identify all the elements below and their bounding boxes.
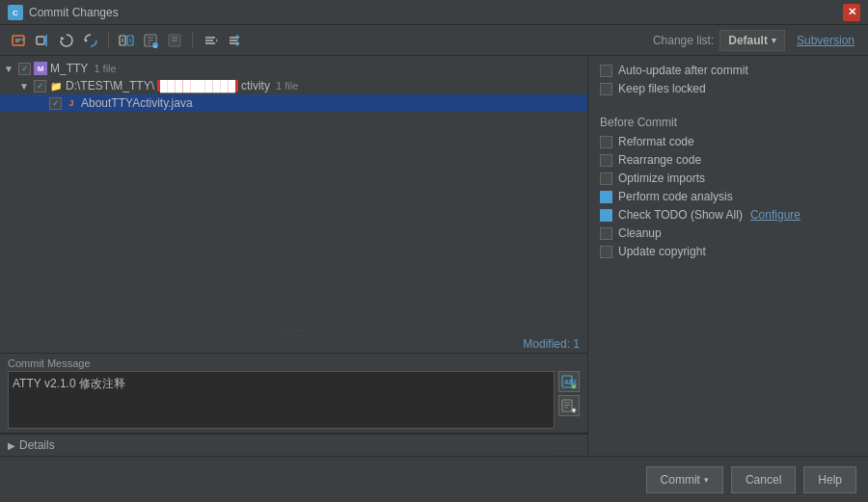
checkbox-cleanup[interactable] — [600, 227, 612, 240]
checkbox-keep-files[interactable] — [600, 83, 612, 95]
recent-commits-btn[interactable]: ▼ — [558, 395, 580, 416]
divider-dots-top: ..... — [0, 321, 587, 335]
details-dots: ..... — [556, 440, 580, 451]
subversion-tab[interactable]: Subversion — [791, 32, 860, 49]
subversion-options: Auto-update after commit Keep files lock… — [600, 64, 856, 95]
option-row-keep-files: Keep files locked — [600, 82, 856, 95]
title-bar-left: C Commit Changes — [8, 5, 119, 20]
bottom-bar: Commit ▾ Cancel Help — [0, 456, 868, 502]
checkbox-rearrange[interactable] — [600, 154, 612, 167]
checkbox-auto-update[interactable] — [600, 65, 612, 77]
label-optimize: Optimize imports — [618, 172, 705, 185]
label-folder-suffix: ctivity — [241, 79, 270, 92]
label-copyright: Update copyright — [618, 245, 706, 258]
count-mtty: 1 file — [91, 63, 116, 74]
commit-dropdown-arrow: ▾ — [704, 475, 709, 485]
svg-text:+: + — [154, 42, 157, 48]
help-button[interactable]: Help — [803, 466, 856, 493]
option-row-todo: ✓ Check TODO (Show All) Configure — [600, 208, 856, 222]
commit-message-input[interactable]: ATTY v2.1.0 修改注释 — [8, 371, 555, 429]
option-row-optimize: Optimize imports — [600, 172, 856, 185]
label-reformat: Reformat code — [618, 135, 694, 148]
toolbar-btn-2[interactable] — [56, 30, 77, 51]
arrow-mtty: ▼ — [4, 64, 15, 74]
label-keep-files: Keep files locked — [618, 82, 706, 95]
file-tree: ▼ ✓ M M_TTY 1 file ▼ ✓ 📁 D:\TEST\M_TTY\ … — [0, 56, 587, 321]
toolbar-separator-1 — [108, 33, 109, 48]
commit-message-row: ATTY v2.1.0 修改注释 ABC ✓ — [8, 371, 580, 429]
toolbar-btn-1[interactable] — [32, 30, 53, 51]
changelist-label: Change list: — [653, 34, 714, 47]
checkbox-todo[interactable]: ✓ — [600, 209, 612, 222]
details-section: ▶ Details ..... — [0, 433, 587, 456]
label-auto-update: Auto-update after commit — [618, 64, 748, 77]
commit-button[interactable]: Commit ▾ — [646, 466, 723, 493]
changelist-arrow: ▾ — [772, 36, 776, 45]
tree-item-mtty[interactable]: ▼ ✓ M M_TTY 1 file — [0, 60, 587, 77]
toolbar-btn-7[interactable] — [200, 30, 221, 51]
module-icon: M — [34, 62, 47, 75]
changelist-value: Default — [728, 34, 768, 47]
tree-item-javafile[interactable]: ✓ J AboutTTYActivity.java — [0, 94, 587, 112]
details-row[interactable]: ▶ Details ..... — [0, 434, 587, 456]
label-rearrange: Rearrange code — [618, 153, 701, 167]
commit-message-area: Commit Message ATTY v2.1.0 修改注释 ABC ✓ — [0, 353, 587, 433]
toolbar-btn-3[interactable] — [80, 30, 101, 51]
arrow-folder: ▼ — [19, 81, 31, 92]
close-button[interactable]: ✕ — [843, 4, 860, 21]
toolbar-btn-6[interactable] — [164, 30, 185, 51]
changelist-area: Change list: Default ▾ Subversion — [653, 30, 860, 51]
option-row-perform: ✓ Perform code analysis — [600, 190, 856, 203]
redacted-path: ██████████ — [157, 80, 238, 92]
commit-label: Commit — [661, 473, 700, 487]
label-cleanup: Cleanup — [618, 226, 662, 240]
checkbox-perform[interactable]: ✓ — [600, 191, 612, 203]
option-row-cleanup: Cleanup — [600, 226, 856, 240]
option-row-copyright: Update copyright — [600, 245, 856, 258]
message-buttons: ABC ✓ ▼ — [558, 371, 580, 416]
label-todo: Check TODO (Show All) — [618, 208, 743, 222]
count-folder: 1 file — [273, 80, 298, 92]
svg-marker-9 — [61, 37, 65, 40]
label-javafile: AboutTTYActivity.java — [81, 96, 193, 110]
toolbar-btn-4[interactable] — [116, 30, 137, 51]
svg-marker-32 — [235, 35, 239, 37]
app-icon: C — [8, 5, 23, 20]
toolbar: + Change list: Default — [0, 25, 868, 56]
changelist-dropdown[interactable]: Default ▾ — [719, 30, 785, 51]
svg-marker-33 — [235, 44, 239, 46]
svg-marker-10 — [85, 39, 88, 42]
cancel-button[interactable]: Cancel — [731, 466, 796, 493]
checkbox-mtty[interactable]: ✓ — [18, 63, 31, 75]
before-commit-options: Reformat code Rearrange code Optimize im… — [600, 135, 856, 258]
svg-marker-27 — [216, 39, 218, 42]
checkbox-optimize[interactable] — [600, 172, 612, 185]
checkbox-javafile[interactable]: ✓ — [49, 97, 62, 110]
toolbar-btn-8[interactable] — [224, 30, 245, 51]
before-commit-title: Before Commit — [600, 116, 856, 129]
option-row-auto-update: Auto-update after commit — [600, 64, 856, 77]
toolbar-separator-2 — [192, 33, 193, 48]
commit-message-label: Commit Message — [8, 357, 580, 369]
configure-link[interactable]: Configure — [750, 208, 800, 222]
toolbar-btn-5[interactable]: + — [140, 30, 161, 51]
toolbar-btn-0[interactable] — [8, 30, 29, 51]
label-mtty: M_TTY — [50, 62, 88, 75]
window-title: Commit Changes — [29, 6, 119, 19]
label-folder-prefix: D:\TEST\M_TTY\ — [66, 79, 154, 92]
details-label: Details — [19, 438, 55, 452]
details-arrow: ▶ — [8, 440, 15, 451]
tree-item-folder[interactable]: ▼ ✓ 📁 D:\TEST\M_TTY\ ██████████ ctivity … — [0, 77, 587, 94]
checkbox-copyright[interactable] — [600, 246, 612, 258]
main-content: ▼ ✓ M M_TTY 1 file ▼ ✓ 📁 D:\TEST\M_TTY\ … — [0, 56, 868, 456]
folder-icon: 📁 — [49, 79, 63, 92]
checkbox-folder[interactable]: ✓ — [34, 80, 46, 92]
left-panel: ▼ ✓ M M_TTY 1 file ▼ ✓ 📁 D:\TEST\M_TTY\ … — [0, 56, 588, 456]
right-panel: Auto-update after commit Keep files lock… — [588, 56, 868, 456]
checkbox-reformat[interactable] — [600, 136, 612, 148]
spell-check-btn[interactable]: ABC ✓ — [558, 371, 580, 392]
svg-text:▼: ▼ — [571, 408, 577, 413]
modified-label: Modified: 1 — [0, 335, 587, 353]
option-row-rearrange: Rearrange code — [600, 153, 856, 167]
arrow-javafile — [35, 98, 46, 109]
